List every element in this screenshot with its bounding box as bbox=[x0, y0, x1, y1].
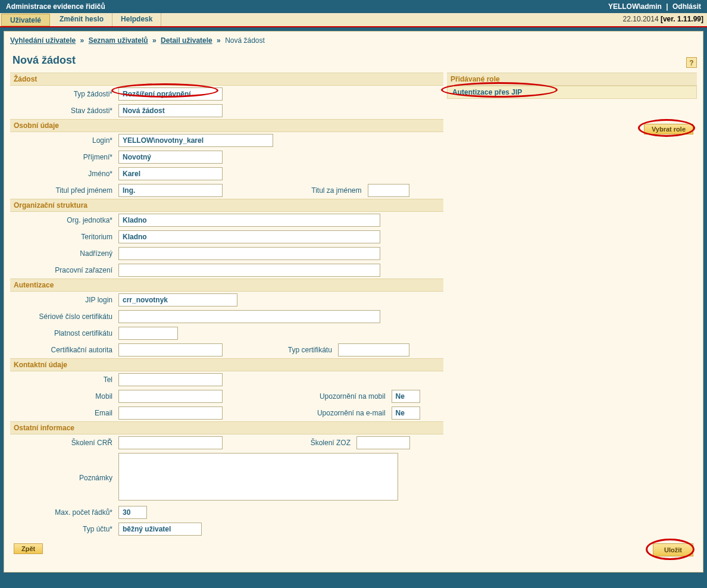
label-jip-login: JIP login bbox=[85, 296, 112, 304]
logout-link[interactable]: Odhlásit bbox=[672, 2, 701, 11]
back-button[interactable]: Zpět bbox=[14, 543, 43, 554]
breadcrumb: Vyhledání uživatele » Seznam uživatelů »… bbox=[10, 35, 697, 52]
label-stav-zadosti: Stav žádosti* bbox=[71, 107, 112, 115]
nadrizeny-field[interactable] bbox=[118, 247, 380, 260]
tab-uzivatele[interactable]: Uživatelé bbox=[1, 14, 50, 26]
label-cert-valid: Platnost certifikátu bbox=[54, 329, 112, 337]
label-titul-za: Titul za jménem bbox=[311, 186, 361, 195]
breadcrumb-item[interactable]: Detail uživatele bbox=[161, 36, 212, 45]
max-radku-field[interactable] bbox=[118, 506, 147, 519]
label-tel: Tel bbox=[104, 376, 112, 384]
user-label: YELLOW\admin bbox=[608, 2, 662, 11]
skoleni-crr-field[interactable] bbox=[118, 436, 223, 449]
email-field[interactable] bbox=[118, 406, 223, 420]
label-upoz-email: Upozornění na e-mail bbox=[317, 409, 386, 417]
user-area: YELLOW\admin | Odhlásit bbox=[608, 2, 701, 11]
section-header-auth: Autentizace bbox=[10, 279, 443, 292]
label-max-radku: Max. počet řádků* bbox=[55, 508, 112, 517]
app-topbar: Administrace evidence řidičů YELLOW\admi… bbox=[0, 0, 707, 13]
login-field[interactable] bbox=[118, 134, 273, 147]
label-teritorium: Teritorium bbox=[81, 233, 112, 241]
org-jednotka-field[interactable] bbox=[118, 214, 380, 227]
titul-pred-field[interactable] bbox=[118, 184, 223, 197]
stav-zadosti-field[interactable] bbox=[118, 104, 223, 117]
help-button[interactable]: ? bbox=[686, 57, 697, 68]
breadcrumb-item[interactable]: Seznam uživatelů bbox=[89, 36, 148, 45]
page-title: Nová žádost bbox=[12, 54, 76, 67]
section-header-ostatni: Ostatní informace bbox=[10, 421, 443, 434]
teritorium-field[interactable] bbox=[118, 230, 380, 243]
upoz-mobil-field[interactable] bbox=[392, 390, 420, 403]
skoleni-zoz-field[interactable] bbox=[356, 436, 410, 449]
label-skoleni-zoz: Školení ZOZ bbox=[311, 439, 351, 447]
label-cert-auth: Certifikační autorita bbox=[51, 346, 112, 354]
label-typ-uctu: Typ účtu* bbox=[83, 525, 112, 533]
breadcrumb-current: Nová žádost bbox=[225, 36, 265, 45]
save-button[interactable]: Uložit bbox=[653, 543, 693, 556]
mobil-field[interactable] bbox=[118, 390, 223, 403]
label-jmeno: Jméno* bbox=[88, 170, 112, 178]
version-date: 22.10.2014 bbox=[623, 15, 659, 23]
app-title: Administrace evidence řidičů bbox=[6, 2, 105, 11]
role-item[interactable]: Autentizace přes JIP bbox=[447, 86, 697, 99]
jip-login-field[interactable] bbox=[118, 293, 237, 306]
label-prijmeni: Příjmení* bbox=[83, 153, 112, 161]
label-skoleni-crr: Školení CRŘ bbox=[71, 439, 112, 447]
label-login: Login* bbox=[92, 136, 112, 145]
label-email: Email bbox=[95, 409, 112, 417]
prijmeni-field[interactable] bbox=[118, 151, 223, 164]
jmeno-field[interactable] bbox=[118, 167, 223, 180]
label-pracovni: Pracovní zařazení bbox=[55, 266, 112, 274]
label-nadrizeny: Nadřízený bbox=[80, 249, 112, 258]
poznamky-field[interactable] bbox=[118, 453, 398, 501]
section-header-kontakt: Kontaktní údaje bbox=[10, 358, 443, 371]
section-header-org: Organizační struktura bbox=[10, 199, 443, 212]
titul-za-field[interactable] bbox=[368, 184, 409, 197]
label-cert-type: Typ certifikátu bbox=[288, 346, 332, 354]
cert-valid-field[interactable] bbox=[118, 327, 178, 340]
tab-zmenit-heslo[interactable]: Změnit heslo bbox=[51, 13, 112, 26]
label-titul-pred: Titul před jménem bbox=[55, 186, 112, 195]
section-header-osobni: Osobní údaje bbox=[10, 119, 443, 132]
label-poznamky: Poznámky bbox=[79, 474, 112, 482]
select-roles-button[interactable]: Vybrat role bbox=[644, 124, 693, 135]
tab-helpdesk[interactable]: Helpdesk bbox=[112, 13, 161, 26]
tel-field[interactable] bbox=[118, 373, 223, 386]
menubar: Uživatelé Změnit heslo Helpdesk 22.10.20… bbox=[0, 13, 707, 27]
cert-type-field[interactable] bbox=[338, 343, 409, 356]
pracovni-field[interactable] bbox=[118, 264, 380, 277]
label-org-jednotka: Org. jednotka* bbox=[67, 216, 112, 224]
section-header-zadost: Žádost bbox=[10, 73, 443, 86]
label-typ-zadosti: Typ žádosti* bbox=[74, 90, 112, 98]
cert-serial-field[interactable] bbox=[118, 310, 380, 323]
breadcrumb-item[interactable]: Vyhledání uživatele bbox=[10, 36, 76, 45]
upoz-email-field[interactable] bbox=[392, 406, 420, 420]
cert-auth-field[interactable] bbox=[118, 343, 223, 356]
version-info: 22.10.2014 [ver. 1.11.99] bbox=[620, 13, 707, 26]
typ-uctu-field[interactable] bbox=[118, 523, 202, 536]
separator: | bbox=[664, 2, 670, 11]
version-number: [ver. 1.11.99] bbox=[661, 15, 703, 23]
label-cert-serial: Sériové číslo certifikátu bbox=[39, 312, 112, 321]
label-upoz-mobil: Upozornění na mobil bbox=[320, 392, 386, 401]
section-header-roles: Přidávané role bbox=[447, 73, 697, 86]
label-mobil: Mobil bbox=[95, 392, 112, 401]
typ-zadosti-field[interactable] bbox=[118, 87, 223, 101]
